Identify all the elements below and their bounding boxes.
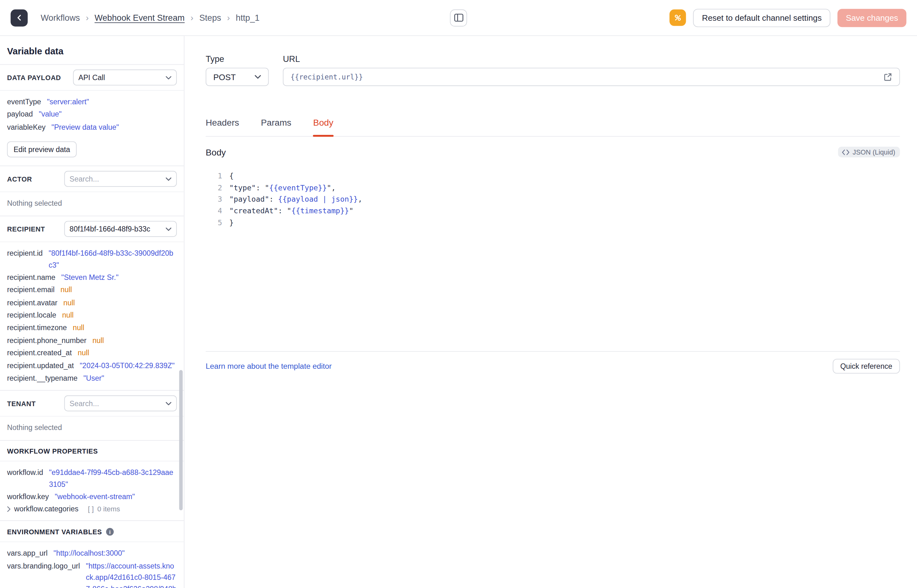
variable-data-panel: Variable data DATA PAYLOAD API Call even… — [0, 36, 184, 588]
code-editor[interactable]: 1{2"type": "{{eventType}}",3"payload": {… — [206, 167, 900, 352]
template-editor-docs-link[interactable]: Learn more about the template editor — [206, 362, 332, 371]
tab-bar: HeadersParamsBody — [206, 117, 900, 137]
variable-value: null — [63, 297, 177, 309]
save-changes-button[interactable]: Save changes — [838, 8, 906, 27]
variable-value: null — [92, 335, 177, 346]
tenant-search-select[interactable]: Search... — [64, 396, 176, 412]
variable-value: "http://localhost:3000" — [53, 548, 176, 559]
variable-value: "Steven Metz Sr." — [61, 272, 177, 283]
topbar: Workflows›Webhook Event Stream›Steps›htt… — [0, 0, 917, 36]
variable-key: workflow.categories — [14, 505, 79, 513]
code-line-content: { — [229, 170, 234, 182]
tenant-label: TENANT — [7, 400, 36, 407]
breadcrumb-item[interactable]: Workflows — [40, 13, 80, 22]
tab-params[interactable]: Params — [261, 117, 291, 136]
variable-value: "2024-03-05T00:42:29.839Z" — [80, 360, 177, 372]
variable-key: workflow.id — [7, 467, 44, 479]
body-section-header: Body JSON (Liquid) — [206, 147, 900, 157]
method-field: Type POST — [206, 54, 269, 86]
categories-count: 0 items — [97, 505, 120, 513]
tab-headers[interactable]: Headers — [206, 117, 239, 136]
variable-value: "https://account-assets.knock.app/42d161… — [86, 561, 176, 588]
env-entries: vars.app_url"http://localhost:3000"vars.… — [0, 543, 184, 588]
tenant-section: TENANT Search... Nothing selected — [0, 391, 184, 441]
code-line: 1{ — [206, 170, 900, 182]
sidebar-scrollbar[interactable] — [179, 370, 182, 510]
topbar-actions: Reset to default channel settings Save c… — [670, 8, 906, 27]
chevron-down-icon — [255, 75, 261, 79]
variable-row: recipient.created_atnull — [7, 348, 177, 359]
breadcrumb-separator: › — [227, 13, 230, 22]
editor-language-label: JSON (Liquid) — [852, 149, 895, 156]
variable-row: recipient.__typename"User" — [7, 373, 177, 384]
info-icon[interactable]: i — [106, 528, 114, 536]
variable-value: "webhook-event-stream" — [55, 491, 177, 503]
panel-toggle-button[interactable] — [450, 9, 467, 26]
search-placeholder: Search... — [69, 399, 99, 407]
breadcrumb-item[interactable]: Steps — [199, 13, 221, 22]
quick-reference-button[interactable]: Quick reference — [833, 359, 900, 373]
method-select[interactable]: POST — [206, 68, 269, 86]
code-line: 4"createdAt": "{{timestamp}}" — [206, 205, 900, 217]
data-payload-select[interactable]: API Call — [73, 69, 177, 86]
line-number: 1 — [206, 170, 229, 182]
environment-badge[interactable] — [670, 10, 686, 26]
variable-value: null — [60, 285, 176, 296]
selected-value: API Call — [79, 73, 105, 82]
app: Workflows›Webhook Event Stream›Steps›htt… — [0, 0, 917, 588]
variable-key: recipient.name — [7, 272, 56, 283]
actor-section: ACTOR Search... Nothing selected — [0, 166, 184, 216]
breadcrumb-item[interactable]: Webhook Event Stream — [95, 13, 185, 22]
tab-body[interactable]: Body — [313, 117, 333, 136]
environment-variables-section: ENVIRONMENT VARIABLES i vars.app_url"htt… — [0, 521, 184, 588]
workflow-categories-row[interactable]: workflow.categories [ ] 0 items — [0, 505, 184, 520]
edit-preview-data-button[interactable]: Edit preview data — [7, 141, 77, 157]
chevron-right-icon — [7, 506, 11, 512]
variable-row: vars.app_url"http://localhost:3000" — [7, 548, 177, 559]
selected-method: POST — [213, 72, 236, 82]
variable-value: "e91ddae4-7f99-45cb-a688-3c129aae3105" — [49, 467, 177, 490]
breadcrumb-item[interactable]: http_1 — [236, 13, 260, 22]
workflow-properties-heading: WORKFLOW PROPERTIES — [7, 448, 98, 455]
variable-key: recipient.locale — [7, 310, 56, 321]
variable-value: null — [77, 348, 177, 359]
code-line-content: "createdAt": "{{timestamp}}" — [229, 205, 354, 217]
workflow-properties-section: WORKFLOW PROPERTIES workflow.id"e91ddae4… — [0, 441, 184, 521]
actor-search-select[interactable]: Search... — [64, 171, 176, 187]
code-line: 2"type": "{{eventType}}", — [206, 182, 900, 194]
variable-row: vars.branding.logo_url"https://account-a… — [7, 561, 177, 588]
url-value: {{recipient.url}} — [291, 73, 363, 81]
commit-icon — [673, 13, 682, 22]
recipient-label: RECIPIENT — [7, 226, 45, 233]
reset-channel-settings-button[interactable]: Reset to default channel settings — [693, 8, 830, 27]
request-editor: Type POST URL {{recipient.url}} — [184, 36, 917, 588]
tenant-empty-state: Nothing selected — [0, 417, 184, 440]
chevron-down-icon — [166, 227, 171, 231]
line-number: 3 — [206, 194, 229, 205]
data-payload-section: DATA PAYLOAD API Call eventType"server:a… — [0, 65, 184, 166]
variable-row: recipient.id"80f1f4bf-166d-48f9-b33c-390… — [7, 248, 177, 271]
recipient-select[interactable]: 80f1f4bf-166d-48f9-b33c — [64, 221, 176, 237]
chevron-down-icon — [166, 402, 171, 405]
variable-key: variableKey — [7, 122, 46, 133]
variable-row: recipient.phone_numbernull — [7, 335, 177, 346]
breadcrumb-separator: › — [86, 13, 89, 22]
variable-key: recipient.timezone — [7, 323, 67, 334]
recipient-entries: recipient.id"80f1f4bf-166d-48f9-b33c-390… — [0, 242, 184, 390]
breadcrumb-separator: › — [191, 13, 194, 22]
external-link-icon[interactable] — [883, 73, 892, 81]
variable-key: vars.branding.logo_url — [7, 561, 80, 572]
type-label: Type — [206, 54, 269, 64]
url-input[interactable]: {{recipient.url}} — [283, 68, 900, 86]
actor-empty-state: Nothing selected — [0, 192, 184, 216]
chevron-down-icon — [166, 177, 171, 181]
back-button[interactable] — [11, 9, 27, 26]
variable-row: recipient.avatarnull — [7, 297, 177, 309]
content: Variable data DATA PAYLOAD API Call even… — [0, 36, 917, 588]
variable-value: null — [73, 323, 177, 334]
url-field: URL {{recipient.url}} — [283, 54, 900, 86]
code-line-content: "type": "{{eventType}}", — [229, 182, 336, 194]
panel-title: Variable data — [0, 36, 184, 65]
variable-key: recipient.id — [7, 248, 43, 260]
variable-key: vars.app_url — [7, 548, 48, 559]
